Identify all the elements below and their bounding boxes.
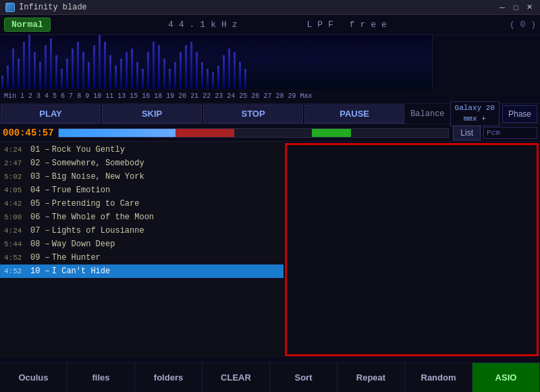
track-number: 04 – [30,186,50,195]
spectrum-bar [55,55,57,89]
track-item[interactable]: 4:2401 – Rock You Gently [0,143,284,157]
spectrum-bar [120,59,122,89]
track-number: 03 – [30,172,50,181]
track-title: True Emotion [52,186,110,195]
title-bar: Infinity blade ─ □ ✕ [0,0,540,15]
spectrum-bar [23,42,25,89]
spectrum-bar [158,45,160,89]
oculus-button[interactable]: Oculus [0,363,68,392]
spectrum-bar [217,65,219,89]
spectrum-bar [244,69,246,89]
stop-button[interactable]: STOP [203,105,303,123]
counter-display: ( 0 ) [510,20,536,30]
asio-button[interactable]: ASIO [473,363,540,392]
track-title: The Hunter [52,253,101,262]
track-item[interactable]: 4:5209 – The Hunter [0,251,284,264]
spectrum-bar [234,52,236,89]
track-time: 2:47 [4,159,28,167]
track-item[interactable]: 5:0006 – The Whole of the Moon [0,211,284,224]
spectrum-bar [239,62,241,89]
spectrum-bar [104,42,106,89]
track-time: 4:52 [4,254,28,262]
random-button[interactable]: Random [405,363,473,392]
track-number: 09 – [30,253,50,262]
minimize-button[interactable]: ─ [497,2,508,13]
spectrum-bar [77,42,79,89]
track-number: 02 – [30,159,50,168]
app-icon [5,3,15,12]
folders-button[interactable]: folders [135,363,202,392]
track-number: 08 – [30,240,50,249]
progress-bar[interactable] [58,128,450,138]
phase-button[interactable]: Phase [502,105,537,123]
track-item[interactable]: 4:0504 – True Emotion [0,184,284,197]
track-title: Lights of Lousianne [52,226,144,235]
maximize-button[interactable]: □ [510,2,521,13]
main-content: Normal 44.1kHz LPF free ( 0 ) Min 1 2 3 … [0,15,540,392]
files-button[interactable]: files [68,363,135,392]
track-title: Rock You Gently [52,145,125,155]
pcm-label: Pcm [487,129,534,137]
track-time: 4:05 [4,186,28,194]
skip-button[interactable]: SKIP [102,105,202,123]
visualization-area [0,35,540,89]
track-time: 4:24 [4,227,28,235]
list-button[interactable]: List [453,125,481,140]
track-number: 07 – [30,226,50,235]
pcm-display: Pcm [483,127,537,139]
spectrum-bar [163,59,165,89]
track-title: Way Down Deep [52,240,115,249]
spectrum-bar [39,62,41,89]
timer-row: 000:45:57 List Pcm [0,124,540,142]
galaxy-display: Galaxy 20 mmx + [450,101,500,126]
spectrum-bar [185,45,187,89]
track-time: 4:24 [4,146,28,154]
progress-red-segment [176,129,234,137]
spectrum-bar [45,45,47,89]
spectrum-bar [142,69,144,89]
spectrum-bar [7,65,9,89]
track-time: 5:02 [4,173,28,181]
ruler-min: Min [4,92,16,100]
track-time: 5:00 [4,213,28,221]
spectrum-bar [72,49,74,89]
track-item[interactable]: 5:4408 – Way Down Deep [0,237,284,251]
viz-side-panel [432,35,540,89]
play-button[interactable]: PLAY [1,105,101,123]
galaxy-line1: Galaxy 20 [455,103,495,113]
track-item[interactable]: 4:4205 – Pretending to Care [0,197,284,211]
frequency-label: 44.1kHz [168,20,243,30]
pause-button[interactable]: PAUSE [304,105,404,123]
spectrum-bar [180,52,182,89]
frequency-info: 44.1kHz LPF free [51,20,510,30]
spectrum-bar [190,42,192,89]
track-list: 4:2401 – Rock You Gently2:4702 – Somewhe… [0,142,284,358]
repeat-button[interactable]: Repeat [338,363,405,392]
spectrum-bar [174,62,176,89]
spectrum-bar [93,45,95,89]
clear-button[interactable]: CLEAR [202,363,270,392]
window-controls: ─ □ ✕ [497,2,535,13]
spectrum-bar [61,69,63,89]
window-title: Infinity blade [19,3,497,12]
spectrum-bar [207,69,209,89]
ruler-max: Max [300,92,312,100]
spectrum-bar [18,59,20,89]
track-item[interactable]: 2:4702 – Somewhere, Somebody [0,157,284,170]
spectrum-bar [34,52,36,89]
spectrum-bar [115,65,117,89]
close-button[interactable]: ✕ [524,2,535,13]
track-title: I Can't Hide [52,267,110,276]
spectrum-bar [136,62,138,89]
track-item[interactable]: 5:0203 – Big Noise, New York [0,170,284,184]
track-title: Pretending to Care [52,199,140,208]
track-time: 5:44 [4,240,28,248]
spectrum-bar [169,69,171,89]
track-item[interactable]: 4:2407 – Lights of Lousianne [0,224,284,237]
sort-button[interactable]: Sort [270,363,338,392]
controls-row: PLAY SKIP STOP PAUSE Balance Galaxy 20 m… [0,104,540,124]
track-title: The Whole of the Moon [52,213,154,222]
track-item[interactable]: 4:5210 – I Can't Hide [0,264,284,278]
galaxy-line2: mmx + [455,114,495,124]
balance-label: Balance [405,109,450,119]
